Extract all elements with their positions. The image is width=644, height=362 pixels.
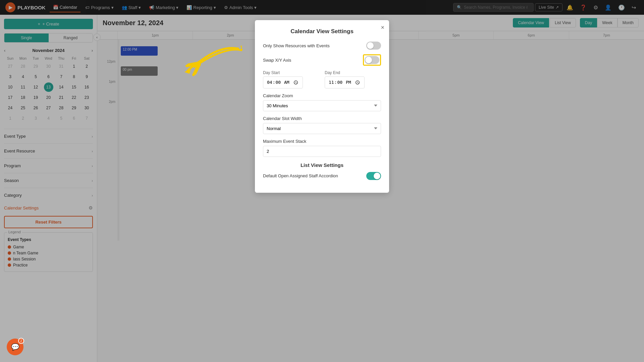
- calendar-zoom-label: Calendar Zoom: [263, 93, 381, 98]
- day-start-label: Day Start: [263, 70, 319, 75]
- toggle-thumb: [374, 173, 380, 179]
- modal-overlay: × Calendar View Settings Only Show Resou…: [0, 0, 644, 362]
- toggle-thumb: [367, 42, 374, 49]
- day-end-input[interactable]: [325, 76, 365, 88]
- modal-close-button[interactable]: ×: [381, 24, 384, 31]
- calendar-zoom-section: Calendar Zoom 30 Minutes 15 Minutes 1 Ho…: [263, 93, 381, 111]
- day-start-end-row: Day Start Day End: [263, 70, 381, 88]
- calendar-slot-width-select[interactable]: Normal Narrow Wide: [263, 123, 381, 134]
- swap-xy-toggle-wrap: [363, 54, 381, 66]
- swap-xy-row: Swap X/Y Axis: [263, 54, 381, 66]
- chat-widget[interactable]: 💬 2: [7, 339, 23, 355]
- only-show-resources-toggle-wrap: [366, 42, 381, 50]
- swap-xy-label: Swap X/Y Axis: [263, 58, 291, 63]
- day-start-input[interactable]: [263, 76, 303, 88]
- swap-xy-toggle[interactable]: [365, 56, 379, 64]
- default-open-staff-toggle[interactable]: [366, 172, 381, 180]
- max-event-stack-input[interactable]: [263, 146, 381, 157]
- max-event-stack-label: Maximum Event Stack: [263, 139, 381, 144]
- chat-badge: 2: [18, 338, 24, 344]
- only-show-resources-label: Only Show Resources with Events: [263, 43, 330, 48]
- default-open-staff-label: Default Open Assigned Staff Accordion: [263, 173, 338, 178]
- calendar-settings-modal: × Calendar View Settings Only Show Resou…: [255, 20, 389, 193]
- calendar-zoom-select[interactable]: 30 Minutes 15 Minutes 1 Hour: [263, 100, 381, 111]
- day-end-col: Day End: [325, 70, 381, 88]
- list-view-section-title: List View Settings: [263, 162, 381, 168]
- day-end-label: Day End: [325, 70, 381, 75]
- max-event-stack-section: Maximum Event Stack: [263, 139, 381, 157]
- toggle-thumb: [365, 57, 372, 63]
- chat-icon: 💬: [11, 343, 19, 351]
- calendar-slot-width-label: Calendar Slot Width: [263, 116, 381, 121]
- day-start-col: Day Start: [263, 70, 319, 88]
- calendar-slot-width-section: Calendar Slot Width Normal Narrow Wide: [263, 116, 381, 134]
- only-show-resources-row: Only Show Resources with Events: [263, 42, 381, 50]
- default-open-staff-row: Default Open Assigned Staff Accordion: [263, 172, 381, 180]
- modal-title: Calendar View Settings: [263, 28, 381, 35]
- default-open-staff-toggle-wrap: [366, 172, 381, 180]
- only-show-resources-toggle[interactable]: [366, 42, 381, 50]
